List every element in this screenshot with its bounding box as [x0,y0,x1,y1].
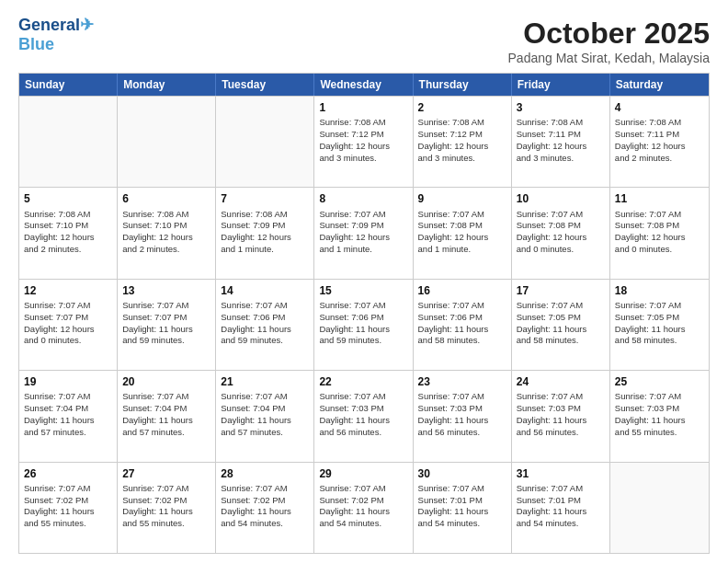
day-info: Sunset: 7:10 PM [24,220,112,232]
day-info: Sunrise: 7:08 AM [221,209,309,221]
cal-cell: 5Sunrise: 7:08 AMSunset: 7:10 PMDaylight… [19,188,118,278]
day-info: Sunrise: 7:07 AM [517,483,605,495]
day-info: Sunrise: 7:07 AM [418,391,506,403]
header: General✈ Blue October 2025 Padang Mat Si… [18,17,710,65]
day-info: and 56 minutes. [319,427,407,439]
day-info: and 57 minutes. [24,427,112,439]
day-info: Sunrise: 7:07 AM [418,300,506,312]
day-info: Daylight: 12 hours [615,141,704,153]
day-info: Sunset: 7:09 PM [319,220,407,232]
day-number: 1 [319,100,407,115]
day-info: Sunrise: 7:08 AM [122,209,210,221]
day-info: and 55 minutes. [24,518,112,530]
cal-cell: 24Sunrise: 7:07 AMSunset: 7:03 PMDayligh… [512,371,610,461]
cal-cell: 16Sunrise: 7:07 AMSunset: 7:06 PMDayligh… [414,280,512,370]
day-number: 9 [418,191,506,206]
day-info: Sunrise: 7:07 AM [24,300,112,312]
day-info: Sunset: 7:12 PM [319,129,407,141]
day-info: and 1 minute. [319,244,407,256]
header-day-wednesday: Wednesday [314,74,413,96]
day-info: Sunset: 7:01 PM [418,495,506,507]
header-day-monday: Monday [118,74,216,96]
day-info: Sunset: 7:06 PM [319,312,407,324]
day-info: Daylight: 12 hours [122,232,210,244]
cal-cell: 30Sunrise: 7:07 AMSunset: 7:01 PMDayligh… [414,463,512,553]
day-info: and 3 minutes. [319,153,407,165]
day-info: Sunset: 7:05 PM [517,312,605,324]
day-number: 27 [122,466,210,481]
day-info: Sunset: 7:02 PM [221,495,309,507]
day-number: 26 [24,466,112,481]
cal-cell: 13Sunrise: 7:07 AMSunset: 7:07 PMDayligh… [118,280,216,370]
day-info: and 0 minutes. [615,244,704,256]
day-info: and 2 minutes. [122,244,210,256]
header-day-saturday: Saturday [610,74,709,96]
day-info: Daylight: 11 hours [122,415,210,427]
day-info: Sunset: 7:12 PM [418,129,506,141]
day-number: 31 [517,466,605,481]
day-number: 16 [418,283,506,298]
day-info: and 59 minutes. [221,335,309,347]
day-number: 20 [122,374,210,389]
day-info: Daylight: 12 hours [517,232,605,244]
day-number: 23 [418,374,506,389]
week-row-3: 12Sunrise: 7:07 AMSunset: 7:07 PMDayligh… [19,279,709,370]
day-info: Sunrise: 7:08 AM [615,117,704,129]
cal-cell: 23Sunrise: 7:07 AMSunset: 7:03 PMDayligh… [414,371,512,461]
day-info: Sunset: 7:11 PM [615,129,704,141]
day-info: Sunset: 7:02 PM [319,495,407,507]
calendar: SundayMondayTuesdayWednesdayThursdayFrid… [18,73,710,554]
day-info: Sunrise: 7:07 AM [24,391,112,403]
day-info: Sunset: 7:10 PM [122,220,210,232]
cal-cell: 20Sunrise: 7:07 AMSunset: 7:04 PMDayligh… [118,371,216,461]
day-info: Sunrise: 7:07 AM [122,300,210,312]
cal-cell: 4Sunrise: 7:08 AMSunset: 7:11 PMDaylight… [610,97,709,187]
day-info: Daylight: 11 hours [319,506,407,518]
day-info: and 57 minutes. [221,427,309,439]
day-info: Sunrise: 7:07 AM [615,391,704,403]
cal-cell: 26Sunrise: 7:07 AMSunset: 7:02 PMDayligh… [19,463,118,553]
day-info: Sunrise: 7:07 AM [418,209,506,221]
day-info: Sunset: 7:01 PM [517,495,605,507]
day-info: and 58 minutes. [418,335,506,347]
header-day-sunday: Sunday [19,74,118,96]
day-number: 6 [122,191,210,206]
day-number: 10 [517,191,605,206]
month-title: October 2025 [508,17,710,51]
day-info: Sunrise: 7:07 AM [615,209,704,221]
day-info: Daylight: 12 hours [24,324,112,336]
day-number: 29 [319,466,407,481]
day-info: Sunrise: 7:08 AM [517,117,605,129]
day-number: 24 [517,374,605,389]
day-info: and 57 minutes. [122,427,210,439]
day-info: Sunrise: 7:07 AM [221,300,309,312]
day-info: Daylight: 12 hours [615,232,704,244]
day-number: 21 [221,374,309,389]
day-info: and 58 minutes. [517,335,605,347]
day-info: Sunset: 7:07 PM [122,312,210,324]
day-number: 30 [418,466,506,481]
day-info: Sunset: 7:08 PM [418,220,506,232]
day-info: Sunrise: 7:07 AM [517,300,605,312]
cal-cell: 25Sunrise: 7:07 AMSunset: 7:03 PMDayligh… [610,371,709,461]
page: General✈ Blue October 2025 Padang Mat Si… [0,0,728,563]
cal-cell: 22Sunrise: 7:07 AMSunset: 7:03 PMDayligh… [314,371,413,461]
cal-cell: 18Sunrise: 7:07 AMSunset: 7:05 PMDayligh… [610,280,709,370]
calendar-header: SundayMondayTuesdayWednesdayThursdayFrid… [19,74,709,96]
day-info: Daylight: 11 hours [122,324,210,336]
cal-cell [610,463,709,553]
cal-cell: 10Sunrise: 7:07 AMSunset: 7:08 PMDayligh… [512,188,610,278]
day-info: Sunrise: 7:07 AM [122,483,210,495]
day-number: 19 [24,374,112,389]
week-row-1: 1Sunrise: 7:08 AMSunset: 7:12 PMDaylight… [19,96,709,187]
day-info: Sunrise: 7:08 AM [418,117,506,129]
day-info: and 0 minutes. [517,244,605,256]
day-info: and 0 minutes. [24,335,112,347]
day-info: Sunrise: 7:07 AM [221,483,309,495]
cal-cell: 17Sunrise: 7:07 AMSunset: 7:05 PMDayligh… [512,280,610,370]
day-info: and 59 minutes. [122,335,210,347]
day-info: Daylight: 12 hours [221,232,309,244]
day-info: Sunrise: 7:07 AM [319,209,407,221]
week-row-2: 5Sunrise: 7:08 AMSunset: 7:10 PMDaylight… [19,187,709,278]
cal-cell: 12Sunrise: 7:07 AMSunset: 7:07 PMDayligh… [19,280,118,370]
